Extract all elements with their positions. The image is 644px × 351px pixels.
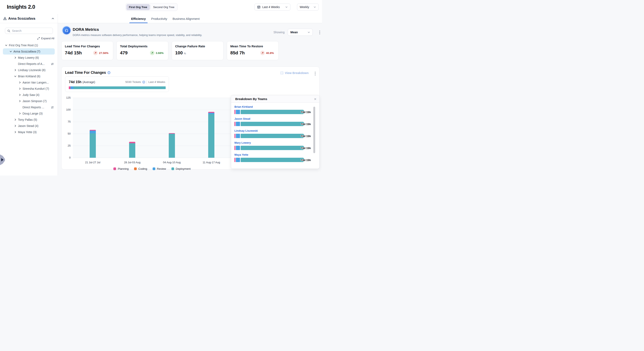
- tree-item-doug-lange-3[interactable]: Doug Lange (3): [3, 110, 55, 117]
- team-name-link[interactable]: Lindsay Liszewski: [234, 129, 316, 132]
- phase-segment-review: [236, 146, 240, 150]
- team-phase-bar: 74d 15h: [234, 110, 316, 114]
- info-icon[interactable]: [108, 71, 110, 74]
- team-value-label: 74d 15h: [301, 122, 311, 126]
- phase-segment-deployment: 74d 15h: [240, 146, 304, 150]
- chevron-down-icon[interactable]: [14, 75, 16, 78]
- tree-item-label: Sireesha Kunduri (7): [22, 87, 49, 90]
- team-value-label: 74d 15h: [301, 110, 311, 114]
- trend-up-arrow-icon: [93, 51, 98, 55]
- chevron-down-icon: [285, 6, 288, 8]
- team-name-link[interactable]: Mary Lowery: [234, 141, 316, 144]
- tab-label: Efficiency: [131, 17, 146, 21]
- granularity-select[interactable]: Weekly: [297, 4, 319, 11]
- date-range-select[interactable]: Last 4 Weeks: [254, 4, 290, 11]
- legend-item-deployment[interactable]: Deployment: [172, 167, 191, 170]
- stacked-bar-21-jul-27-jul[interactable]: [90, 130, 96, 158]
- bar-segment-review: [90, 131, 96, 133]
- phase-segment-planning: [234, 134, 236, 138]
- main-content: DORA Metrics DORA metrics measure softwa…: [58, 23, 322, 176]
- chevron-right-icon[interactable]: [14, 131, 16, 133]
- chevron-right-icon[interactable]: [14, 69, 16, 71]
- gridline: [73, 158, 231, 158]
- team-name-link[interactable]: Jason Stead: [234, 117, 316, 120]
- chevron-right-icon[interactable]: [14, 118, 16, 121]
- chevron-up-icon[interactable]: [52, 17, 54, 20]
- tree-item-brian-kirkland-6[interactable]: Brian Kirkland (6): [3, 73, 55, 79]
- expand-all-button[interactable]: Expand All: [37, 37, 54, 40]
- bar-segment-deployment: [208, 114, 214, 158]
- stacked-bar-04-aug-10-aug[interactable]: [169, 133, 175, 158]
- chevron-right-icon[interactable]: [18, 81, 21, 84]
- filter-sliders-icon[interactable]: [51, 63, 54, 66]
- filter-sliders-icon[interactable]: [51, 106, 54, 109]
- tab-efficiency[interactable]: Efficiency: [131, 14, 146, 23]
- date-range-value: Last 4 Weeks: [262, 5, 284, 9]
- team-name-link[interactable]: Maya Yette: [234, 153, 316, 156]
- tree-item-jason-simpson-7[interactable]: Jason Simpson (7): [3, 98, 55, 104]
- legend-item-review[interactable]: Review: [153, 167, 166, 170]
- org-tree-toggle: First Org Tree Second Org Tree: [126, 3, 178, 11]
- chevron-right-icon[interactable]: [18, 100, 21, 102]
- tree-item-sireesha-kunduri-7[interactable]: Sireesha Kunduri (7): [3, 86, 55, 92]
- phase-segment-review: [70, 86, 74, 89]
- sidebar-header[interactable]: Anna Scozzafava: [0, 14, 58, 23]
- legend-swatch: [153, 167, 155, 170]
- close-icon[interactable]: ×: [314, 97, 316, 101]
- metric-trend-badge: 3.68%: [150, 51, 164, 55]
- chevron-right-icon[interactable]: [14, 57, 16, 59]
- showing-label: Showing: [274, 31, 284, 34]
- metric-card-change-failure-rate: Change Failure Rate100%: [172, 41, 224, 60]
- dora-menu-kebab-icon[interactable]: [319, 31, 320, 34]
- tree-item-first-org-tree-root-1[interactable]: First Org Tree Root (1): [3, 42, 55, 48]
- chevron-right-icon[interactable]: [14, 125, 16, 127]
- tree-item-maya-yette-3[interactable]: Maya Yette (3): [3, 129, 55, 135]
- team-name-link[interactable]: Brian Kirkland: [234, 105, 316, 108]
- tree-item-mary-lowery-6[interactable]: Mary Lowery (6): [3, 55, 55, 61]
- chevron-right-icon[interactable]: [18, 94, 21, 96]
- tree-item-jason-stead-4[interactable]: Jason Stead (4): [3, 123, 55, 129]
- org-sidebar: Anna Scozzafava Expand All First Org Tre…: [0, 14, 58, 176]
- toggle-first-org-tree[interactable]: First Org Tree: [126, 4, 150, 10]
- tree-item-anna-scozzafava-7[interactable]: Anna Scozzafava (7): [3, 48, 55, 55]
- chevron-right-icon[interactable]: [18, 112, 21, 115]
- metric-title: Total Deployments: [120, 45, 165, 48]
- lead-time-menu-kebab-icon[interactable]: [315, 72, 316, 76]
- y-axis-tick-label: 50: [62, 132, 71, 135]
- stacked-bar-11-aug-17-aug[interactable]: [208, 112, 214, 158]
- average-phase-bar: [69, 86, 166, 89]
- tab-label: Productivity: [151, 17, 167, 21]
- stacked-bar-28-jul-03-aug[interactable]: [129, 142, 135, 158]
- sidebar-search[interactable]: [5, 28, 53, 34]
- chevron-down-icon[interactable]: [5, 44, 8, 47]
- panel-scrollbar-thumb[interactable]: [313, 107, 315, 153]
- phase-segment-deployment: 74d 15h: [240, 134, 304, 138]
- tab-business-alignment[interactable]: Business Alignment: [172, 14, 200, 23]
- tree-item-direct-reports-of-a[interactable]: Direct Reports of A...: [3, 61, 55, 67]
- legend-item-coding[interactable]: Coding: [134, 167, 147, 170]
- x-axis-tick-label: 21 Jul-27 Jul: [76, 161, 109, 164]
- tree-item-lindsay-liszewski-8[interactable]: Lindsay Liszewski (8): [3, 67, 55, 73]
- tree-item-tony-pallas-5[interactable]: Tony Pallas (5): [3, 117, 55, 123]
- search-input[interactable]: [12, 29, 50, 33]
- org-tree-icon: [3, 17, 6, 20]
- dora-section-description: DORA metrics measure software delivery p…: [73, 34, 202, 37]
- legend-item-planning[interactable]: Planning: [114, 167, 129, 170]
- view-breakdown-button[interactable]: View Breakdown: [280, 71, 308, 75]
- metric-delta: 3.68%: [156, 52, 164, 55]
- metric-title: Lead Time For Changes: [65, 45, 110, 48]
- tree-item-label: Tony Pallas (5): [18, 118, 37, 121]
- expand-corners-icon: [280, 72, 284, 74]
- showing-select[interactable]: Mean: [288, 29, 313, 36]
- y-axis-tick-label: 0: [62, 156, 71, 159]
- tree-item-direct-reports[interactable]: Direct Reports ...: [3, 104, 55, 110]
- tree-item-judy-saw-4[interactable]: Judy Saw (4): [3, 92, 55, 98]
- phase-segment-review: [236, 122, 240, 126]
- chevron-down-icon[interactable]: [10, 50, 12, 53]
- dora-section-title: DORA Metrics: [73, 27, 99, 32]
- toggle-second-org-tree[interactable]: Second Org Tree: [151, 4, 177, 10]
- tab-productivity[interactable]: Productivity: [151, 14, 167, 23]
- chevron-right-icon[interactable]: [18, 88, 21, 90]
- info-icon[interactable]: [142, 81, 145, 84]
- tree-item-aaron-van-langen[interactable]: Aaron Van Langen...: [3, 79, 55, 86]
